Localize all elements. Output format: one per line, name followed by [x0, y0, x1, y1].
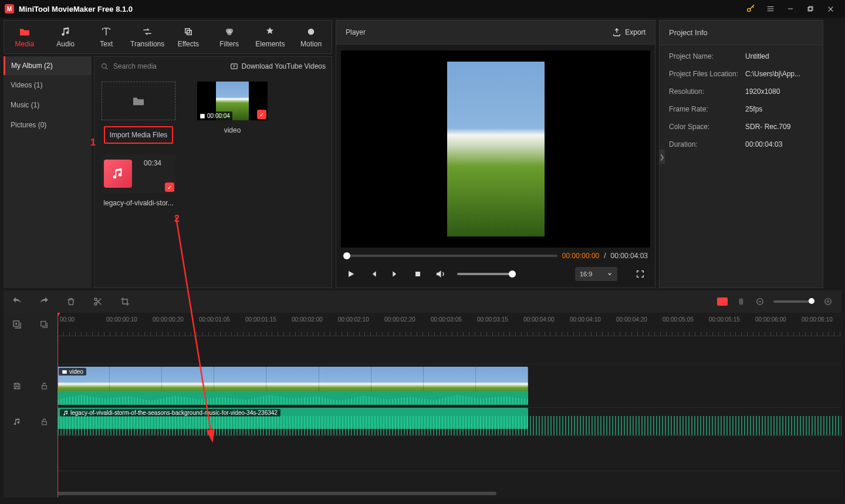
- album-item-pictures[interactable]: Pictures (0): [4, 115, 92, 135]
- ruler-tick: 00:00:02:10: [338, 316, 369, 323]
- svg-rect-12: [415, 272, 420, 276]
- lock-icon[interactable]: [40, 382, 48, 390]
- zoom-fit-button[interactable]: [717, 297, 728, 306]
- album-header[interactable]: My Album (2): [4, 56, 92, 75]
- music-thumbnail[interactable]: 00:34 ✓: [102, 154, 175, 193]
- tab-label: Effects: [178, 40, 199, 48]
- timeline-h-scrollbar[interactable]: [58, 491, 841, 496]
- time-separator: /: [604, 252, 606, 260]
- volume-icon[interactable]: [435, 269, 445, 279]
- zoom-in-button[interactable]: [823, 296, 833, 307]
- playback-scrubber[interactable]: [343, 255, 557, 257]
- player-header: Player Export: [336, 20, 655, 45]
- tab-motion[interactable]: Motion: [290, 21, 332, 53]
- lock-icon[interactable]: [40, 418, 48, 426]
- tab-label: Audio: [56, 40, 75, 48]
- svg-rect-11: [200, 114, 205, 119]
- music-note-icon: [63, 410, 69, 416]
- playhead[interactable]: [58, 313, 58, 498]
- stop-button[interactable]: [413, 269, 423, 279]
- hamburger-menu-icon[interactable]: [760, 0, 780, 18]
- zoom-out-button[interactable]: [755, 296, 765, 307]
- tab-audio[interactable]: Audio: [45, 21, 86, 53]
- checkmark-icon: ✓: [257, 110, 266, 119]
- auto-scroll-button[interactable]: [736, 296, 746, 307]
- crop-button[interactable]: [120, 296, 130, 307]
- info-value: 00:00:04:03: [745, 140, 813, 148]
- redo-button[interactable]: [39, 296, 49, 307]
- tab-label: Media: [15, 40, 35, 48]
- filters-icon: [224, 26, 235, 38]
- minimize-button[interactable]: [780, 0, 800, 18]
- ruler-tick: 00:00:06:10: [802, 316, 833, 323]
- info-key: Project Files Location:: [669, 70, 745, 78]
- download-youtube-label: Download YouTube Videos: [242, 62, 326, 70]
- timeline-video-track[interactable]: video: [58, 364, 841, 408]
- media-grid: Import Media Files 00:00:04 ✓: [94, 76, 332, 213]
- timeline-ruler[interactable]: 00:0000:00:00:1000:00:00:2000:00:01:0500…: [58, 313, 841, 336]
- close-button[interactable]: [820, 0, 840, 18]
- import-media-item[interactable]: Import Media Files: [100, 82, 177, 144]
- tab-text[interactable]: Text: [86, 21, 127, 53]
- album-item-music[interactable]: Music (1): [4, 95, 92, 115]
- media-item-video[interactable]: 00:00:04 ✓ video: [194, 82, 271, 144]
- delete-button[interactable]: [66, 296, 76, 307]
- import-dropzone[interactable]: [102, 82, 175, 120]
- undo-button[interactable]: [12, 296, 22, 307]
- info-row: Resolution:1920x1080: [660, 83, 823, 100]
- player-title: Player: [346, 28, 366, 36]
- svg-rect-1: [809, 6, 813, 11]
- tab-filters[interactable]: Filters: [209, 21, 250, 53]
- video-clip[interactable]: video: [58, 367, 528, 405]
- prev-frame-button[interactable]: [368, 269, 378, 279]
- video-preview[interactable]: [341, 50, 650, 248]
- split-button[interactable]: [93, 296, 103, 307]
- media-browser: Media Audio Text Transitions Effects Fil…: [4, 20, 332, 288]
- upgrade-key-icon[interactable]: [741, 0, 760, 18]
- tab-transitions[interactable]: Transitions: [127, 21, 168, 53]
- ruler-tick: 00:00:01:15: [245, 316, 276, 323]
- tab-label: Text: [100, 40, 113, 48]
- ruler-tick: 00:00: [60, 316, 75, 323]
- aspect-ratio-dropdown[interactable]: 16:9: [575, 267, 617, 281]
- timeline-audio-track[interactable]: legacy-of-vivaldi-storm-of-the-seasons-b…: [58, 408, 841, 436]
- save-icon[interactable]: [13, 382, 21, 390]
- maximize-button[interactable]: [800, 0, 820, 18]
- tab-effects[interactable]: Effects: [168, 21, 209, 53]
- search-icon[interactable]: [100, 62, 109, 70]
- volume-slider[interactable]: [457, 273, 516, 275]
- timeline-tracks-area[interactable]: 00:0000:00:00:1000:00:00:2000:00:01:0500…: [58, 313, 841, 498]
- app-title: MiniTool MovieMaker Free 8.1.0: [19, 5, 225, 13]
- play-button[interactable]: [346, 269, 356, 279]
- add-track-button[interactable]: [12, 319, 22, 330]
- collapse-info-panel[interactable]: ❯: [659, 150, 665, 164]
- tab-media[interactable]: Media: [4, 21, 45, 53]
- folder-icon: [19, 26, 31, 38]
- info-row: Color Space:SDR- Rec.709: [660, 118, 823, 136]
- tab-elements[interactable]: Elements: [250, 21, 291, 53]
- audio-clip[interactable]: legacy-of-vivaldi-storm-of-the-seasons-b…: [58, 408, 528, 429]
- zoom-slider[interactable]: [773, 300, 814, 303]
- export-button[interactable]: Export: [612, 28, 645, 37]
- info-row: Project Name:Untitled: [660, 48, 823, 65]
- clip-label: legacy-of-vivaldi-storm-of-the-seasons-b…: [70, 410, 278, 416]
- app-logo: M: [5, 4, 14, 13]
- next-frame-button[interactable]: [390, 269, 401, 279]
- video-thumbnail[interactable]: 00:00:04 ✓: [197, 82, 268, 120]
- motion-icon: [305, 26, 317, 38]
- fullscreen-button[interactable]: [635, 269, 645, 279]
- search-input[interactable]: Search media: [113, 62, 225, 70]
- music-note-icon[interactable]: [13, 418, 21, 426]
- export-icon: [612, 28, 621, 37]
- checkmark-icon: ✓: [165, 182, 174, 192]
- media-item-music[interactable]: 00:34 ✓ legacy-of-vivaldi-stor...: [100, 154, 177, 207]
- import-media-label[interactable]: Import Media Files: [104, 126, 174, 144]
- album-item-videos[interactable]: Videos (1): [4, 75, 92, 95]
- svg-rect-21: [42, 421, 46, 424]
- ruler-tick: 00:00:05:05: [663, 316, 694, 323]
- ruler-tick: 00:00:01:05: [199, 316, 230, 323]
- collapse-tracks-button[interactable]: [39, 319, 49, 330]
- ruler-tick: 00:00:04:10: [570, 316, 601, 323]
- album-sidebar: My Album (2) Videos (1) Music (1) Pictur…: [4, 56, 92, 288]
- download-youtube-link[interactable]: Download YouTube Videos: [230, 62, 326, 70]
